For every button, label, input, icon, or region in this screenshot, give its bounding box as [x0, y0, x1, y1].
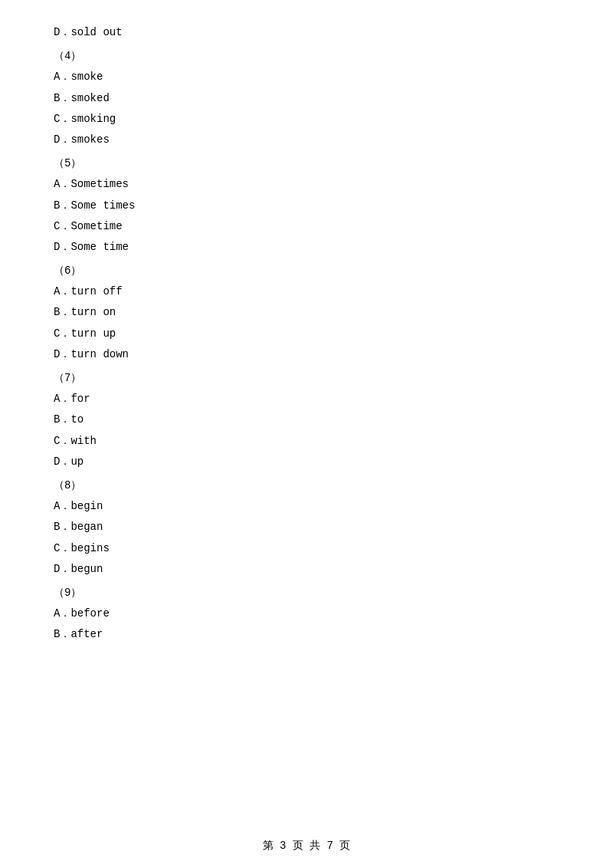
question-8: （8） — [54, 476, 559, 495]
option-d6: D．turn down — [54, 345, 559, 364]
option-b4: B．smoked — [54, 89, 559, 108]
option-a4: A．smoke — [54, 67, 559, 87]
option-c5: C．Sometime — [54, 217, 559, 236]
option-d4b: D．smokes — [54, 130, 559, 150]
option-d5: D．Some time — [54, 238, 559, 257]
page-content: D．sold out （4） A．smoke B．smoked C．smokin… — [0, 0, 613, 692]
question-5: （5） — [54, 154, 559, 173]
option-b6: B．turn on — [54, 303, 559, 322]
option-c4: C．smoking — [54, 110, 559, 129]
option-a8: A．begin — [54, 497, 559, 516]
option-b7: B．to — [54, 410, 559, 429]
option-a7: A．for — [54, 390, 559, 409]
option-c8: C．begins — [54, 539, 559, 558]
option-c7: C．with — [54, 432, 559, 451]
option-b8: B．began — [54, 518, 559, 537]
option-d8: D．begun — [54, 560, 559, 579]
option-c6: C．turn up — [54, 324, 559, 344]
option-b9: B．after — [54, 625, 559, 644]
question-7: （7） — [54, 369, 559, 388]
option-a6: A．turn off — [54, 282, 559, 301]
option-d7: D．up — [54, 452, 559, 472]
option-b5: B．Some times — [54, 196, 559, 215]
question-9: （9） — [54, 584, 559, 603]
option-a5: A．Sometimes — [54, 175, 559, 194]
page-footer: 第 3 页 共 7 页 — [0, 839, 613, 853]
option-a9: A．before — [54, 604, 559, 623]
question-4: （4） — [54, 47, 559, 66]
question-6: （6） — [54, 261, 559, 281]
option-d4: D．sold out — [54, 23, 559, 42]
